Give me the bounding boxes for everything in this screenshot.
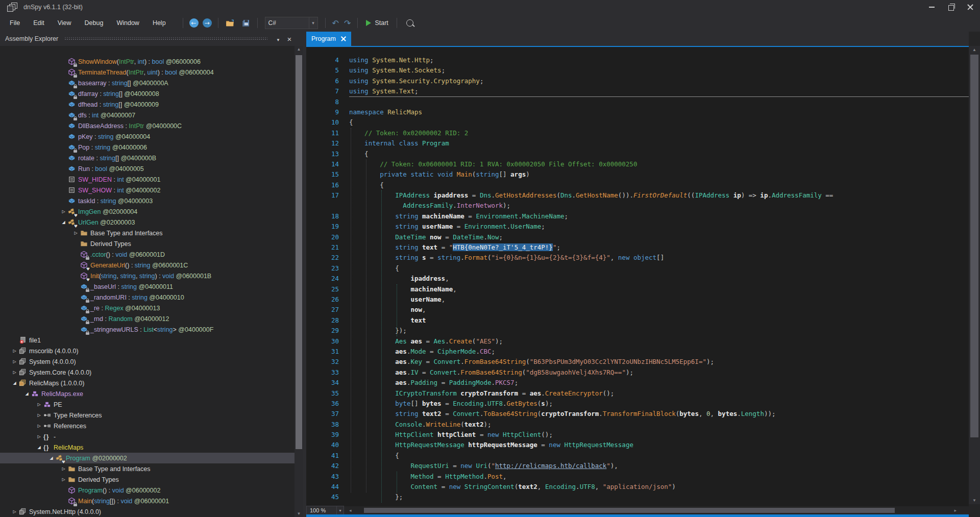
- tree-item[interactable]: ▷System.Net.Http (4.0.0.0): [0, 506, 295, 517]
- tree-item[interactable]: ▷Type References: [0, 410, 295, 421]
- code-line[interactable]: 36 byte[] bytes = Encoding.UTF8.GetBytes…: [306, 399, 969, 409]
- menu-debug[interactable]: Debug: [78, 17, 110, 29]
- tree-item[interactable]: ◢{}RelicMaps: [0, 442, 295, 453]
- code-line[interactable]: 31 aes.Mode = CipherMode.CBC;: [306, 347, 969, 357]
- tree-item[interactable]: file1: [0, 335, 295, 346]
- panel-close-icon[interactable]: ×: [283, 35, 296, 43]
- code-line[interactable]: 8: [306, 97, 969, 107]
- expander-icon[interactable]: ◢: [47, 456, 56, 460]
- code-line[interactable]: 32 aes.Key = Convert.FromBase64String("B…: [306, 357, 969, 367]
- tree-item[interactable]: Run : bool @04000005: [0, 163, 295, 174]
- code-line[interactable]: 17 IPAddress ipaddress = Dns.GetHostAddr…: [306, 190, 969, 201]
- tree-item[interactable]: .cctor() : void @0600001D: [0, 249, 295, 260]
- tree-item[interactable]: ▷Base Type and Interfaces: [0, 463, 295, 474]
- panel-menu-caret-icon[interactable]: [274, 34, 283, 43]
- code-line[interactable]: 39 HttpClient httpClient = new HttpClien…: [306, 430, 969, 440]
- code-line[interactable]: 35 ICryptoTransform cryptoTransform = ae…: [306, 388, 969, 399]
- code-line[interactable]: 38 Console.WriteLine(text2);: [306, 420, 969, 430]
- expander-icon[interactable]: ▷: [10, 349, 19, 353]
- tree-item[interactable]: SW_SHOW : int @04000002: [0, 185, 295, 195]
- code-line[interactable]: 30 Aes aes = Aes.Create("AES");: [306, 336, 969, 347]
- search-icon[interactable]: [406, 19, 413, 27]
- scroll-up-icon[interactable]: ▲: [969, 47, 980, 52]
- scroll-down-icon[interactable]: ▼: [969, 498, 980, 503]
- tree-item[interactable]: taskId : string @04000003: [0, 195, 295, 206]
- scroll-right-icon[interactable]: ▸: [954, 508, 957, 513]
- expander-icon[interactable]: ▷: [35, 413, 43, 417]
- code-line[interactable]: 7using System.Text;: [306, 86, 969, 96]
- code-line[interactable]: 4using System.Net.Http;: [306, 55, 969, 65]
- code-line[interactable]: 25 machineName,: [306, 284, 969, 294]
- code-line[interactable]: 29 });: [306, 326, 969, 336]
- code-line[interactable]: 14 // Token: 0x06000001 RID: 1 RVA: 0x00…: [306, 159, 969, 169]
- tree-item[interactable]: dfs : int @04000007: [0, 110, 295, 120]
- tree-item[interactable]: _stringnewURLS : List<string> @0400000F: [0, 324, 295, 335]
- hscroll-thumb[interactable]: [364, 508, 895, 513]
- save-all-button[interactable]: [240, 18, 251, 28]
- tree-item[interactable]: ▷♥ImgGen @02000004: [0, 206, 295, 217]
- expander-icon[interactable]: ▷: [59, 209, 68, 214]
- code-line[interactable]: 22 string s = string.Format("i={0}&n={1}…: [306, 253, 969, 263]
- assembly-explorer-header[interactable]: Assembly Explorer ×: [0, 32, 303, 46]
- tree-item[interactable]: ▷{}-: [0, 431, 295, 442]
- code-line[interactable]: 45 };: [306, 492, 969, 502]
- tree-scrollbar[interactable]: ▲ ▼: [295, 46, 303, 517]
- expander-icon[interactable]: ▷: [59, 477, 68, 482]
- tree-item[interactable]: SW_HIDEN : int @04000001: [0, 174, 295, 185]
- scroll-down-icon[interactable]: ▼: [295, 511, 303, 516]
- expander-icon[interactable]: ◢: [10, 381, 19, 385]
- code-line[interactable]: 5using System.Net.Sockets;: [306, 65, 969, 76]
- code-line[interactable]: 26 userName,: [306, 294, 969, 305]
- tree-item[interactable]: pKey : string @04000004: [0, 131, 295, 142]
- tab-program[interactable]: Program: [306, 32, 351, 46]
- code-vertical-scrollbar[interactable]: ▲ ▼: [969, 46, 980, 504]
- tree-item[interactable]: ♥GenerateUrl() : string @0600001C: [0, 260, 295, 270]
- expander-icon[interactable]: ◢: [22, 391, 31, 396]
- code-line[interactable]: 19 string userName = Environment.UserNam…: [306, 221, 969, 232]
- code-line[interactable]: 9namespace RelicMaps: [306, 107, 969, 117]
- assembly-tree[interactable]: ShowWindow(IntPtr, int) : bool @06000006…: [0, 46, 295, 517]
- menu-view[interactable]: View: [51, 17, 78, 29]
- code-line[interactable]: 13 {: [306, 149, 969, 159]
- scrollbar-thumb[interactable]: [296, 55, 302, 449]
- code-line[interactable]: 44 Content = new StringContent(text2, En…: [306, 482, 969, 492]
- code-line[interactable]: 28 text: [306, 315, 969, 326]
- tree-item[interactable]: TerminateThread(IntPtr, uint) : bool @06…: [0, 67, 295, 78]
- tree-item[interactable]: DllBaseAddress : IntPtr @0400000C: [0, 120, 295, 131]
- undo-button[interactable]: ↶: [332, 18, 339, 28]
- expander-icon[interactable]: ▷: [35, 434, 43, 439]
- navigate-back-button[interactable]: ←: [189, 18, 199, 28]
- scrollbar-thumb[interactable]: [970, 55, 978, 437]
- tree-item[interactable]: dfhead : string[] @04000009: [0, 99, 295, 110]
- code-line[interactable]: 15 private static void Main(string[] arg…: [306, 169, 969, 180]
- code-line[interactable]: 20 DateTime now = DateTime.Now;: [306, 232, 969, 242]
- code-line[interactable]: 40 HttpRequestMessage httpRequestMessage…: [306, 440, 969, 450]
- start-debug-button[interactable]: Start: [366, 19, 388, 27]
- code-editor[interactable]: 4using System.Net.Http;5using System.Net…: [306, 47, 969, 504]
- hyperlink[interactable]: http://relicmaps.htb/callback: [495, 462, 606, 470]
- code-line[interactable]: 11 // Token: 0x02000002 RID: 2: [306, 128, 969, 138]
- code-line[interactable]: 27 now,: [306, 305, 969, 315]
- expander-icon[interactable]: ◢: [59, 220, 68, 225]
- hscroll-track[interactable]: [354, 507, 951, 513]
- menu-file[interactable]: File: [3, 17, 27, 29]
- code-line[interactable]: 33 aes.IV = Convert.FromBase64String("dg…: [306, 367, 969, 378]
- menu-window[interactable]: Window: [110, 17, 145, 29]
- navigate-forward-button[interactable]: →: [203, 18, 212, 28]
- tree-item[interactable]: ▷Base Type and Interfaces: [0, 228, 295, 238]
- zoom-level-combobox[interactable]: 100 %: [306, 506, 337, 515]
- tree-item[interactable]: ♥Init(string, string, string) : void @06…: [0, 270, 295, 281]
- close-button[interactable]: [961, 0, 980, 14]
- code-line[interactable]: 23 {: [306, 263, 969, 274]
- scroll-up-icon[interactable]: ▲: [295, 47, 303, 52]
- code-line[interactable]: 37 string text2 = Convert.ToBase64String…: [306, 409, 969, 419]
- expander-icon[interactable]: ▷: [10, 509, 19, 514]
- zoom-caret-icon[interactable]: [337, 506, 344, 515]
- menu-edit[interactable]: Edit: [27, 17, 51, 29]
- tree-item[interactable]: ▷References: [0, 421, 295, 431]
- code-line[interactable]: 24 ipaddress,: [306, 274, 969, 284]
- code-line[interactable]: 10{: [306, 117, 969, 128]
- tree-item[interactable]: _randomURI : string @04000010: [0, 292, 295, 303]
- code-line[interactable]: 21 string text = "HTB{0neN0Te?_iT'5_4_tr…: [306, 242, 969, 253]
- tree-item[interactable]: _re : Regex @04000013: [0, 303, 295, 313]
